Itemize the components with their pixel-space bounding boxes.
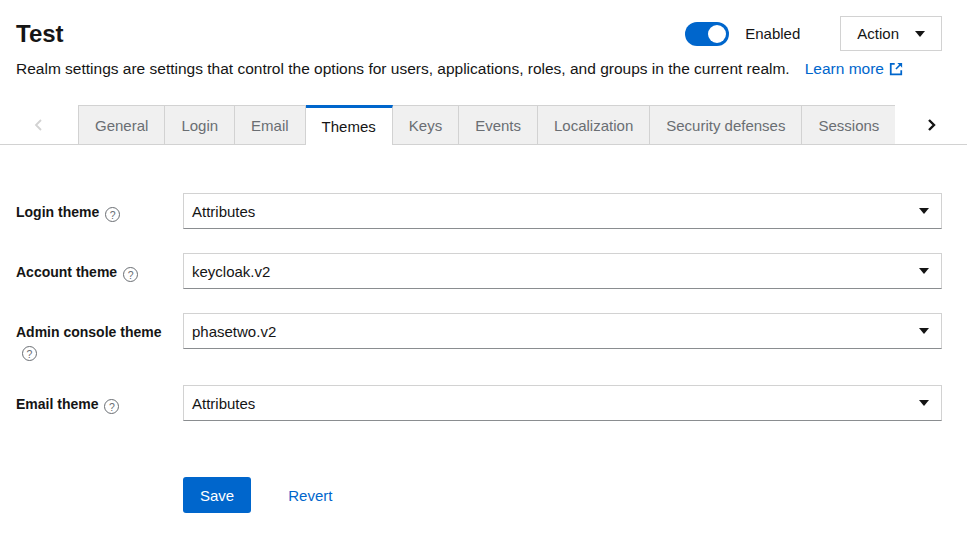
save-button[interactable]: Save xyxy=(183,477,251,513)
account-theme-row: Account theme? keycloak.v2 xyxy=(16,253,942,289)
help-icon[interactable]: ? xyxy=(105,207,120,222)
toggle-knob xyxy=(708,25,726,43)
caret-down-icon xyxy=(919,400,929,406)
enabled-label: Enabled xyxy=(745,25,800,42)
caret-down-icon xyxy=(915,31,925,37)
caret-down-icon xyxy=(919,328,929,334)
field-label-text: Admin console theme xyxy=(16,324,161,340)
page-header: Test Enabled Action Realm settings are s… xyxy=(0,0,967,78)
login-theme-value: Attributes xyxy=(192,203,255,220)
help-icon[interactable]: ? xyxy=(104,399,119,414)
field-label-text: Login theme xyxy=(16,204,99,220)
login-theme-row: Login theme? Attributes xyxy=(16,193,942,229)
help-icon[interactable]: ? xyxy=(22,346,37,361)
tab-email[interactable]: Email xyxy=(235,105,306,145)
account-theme-select[interactable]: keycloak.v2 xyxy=(183,253,942,289)
tab-label: Themes xyxy=(322,118,376,135)
tab-security-defenses[interactable]: Security defenses xyxy=(650,105,802,145)
tabs-viewport: General Login Email Themes Keys Events L… xyxy=(78,105,895,145)
email-theme-select[interactable]: Attributes xyxy=(183,385,942,421)
email-theme-value: Attributes xyxy=(192,395,255,412)
email-theme-row: Email theme? Attributes xyxy=(16,385,942,421)
caret-down-icon xyxy=(919,268,929,274)
tabs-scroll-right-button[interactable] xyxy=(895,105,967,145)
caret-down-icon xyxy=(919,208,929,214)
revert-button[interactable]: Revert xyxy=(288,487,332,504)
tab-general[interactable]: General xyxy=(78,105,165,145)
realm-settings-tabs: General Login Email Themes Keys Events L… xyxy=(0,105,967,145)
tab-themes[interactable]: Themes xyxy=(306,105,393,145)
help-icon[interactable]: ? xyxy=(123,267,138,282)
tab-label: Email xyxy=(251,117,289,134)
themes-form: Login theme? Attributes Account theme? k… xyxy=(0,193,967,513)
enabled-toggle[interactable] xyxy=(685,22,729,46)
login-theme-select[interactable]: Attributes xyxy=(183,193,942,229)
tab-label: Localization xyxy=(554,117,633,134)
form-actions: Save Revert xyxy=(183,477,942,513)
account-theme-value: keycloak.v2 xyxy=(192,263,270,280)
tab-localization[interactable]: Localization xyxy=(538,105,650,145)
action-dropdown-label: Action xyxy=(857,25,899,42)
learn-more-label: Learn more xyxy=(805,60,884,78)
login-theme-label: Login theme? xyxy=(16,193,176,222)
admin-console-theme-label: Admin console theme? xyxy=(16,313,176,361)
tab-label: Events xyxy=(475,117,521,134)
admin-console-theme-select[interactable]: phasetwo.v2 xyxy=(183,313,942,349)
tab-label: Sessions xyxy=(818,117,879,134)
tab-login[interactable]: Login xyxy=(165,105,235,145)
action-dropdown-button[interactable]: Action xyxy=(840,16,942,51)
tab-label: Keys xyxy=(409,117,442,134)
tab-keys[interactable]: Keys xyxy=(393,105,459,145)
tab-label: Security defenses xyxy=(666,117,785,134)
page-title: Test xyxy=(16,19,64,49)
tab-label: Login xyxy=(181,117,218,134)
field-label-text: Email theme xyxy=(16,396,98,412)
realm-description: Realm settings are settings that control… xyxy=(16,60,790,78)
tab-events[interactable]: Events xyxy=(459,105,538,145)
external-link-icon xyxy=(889,62,903,76)
field-label-text: Account theme xyxy=(16,264,117,280)
account-theme-label: Account theme? xyxy=(16,253,176,282)
tab-label: General xyxy=(95,117,148,134)
tab-sessions[interactable]: Sessions xyxy=(802,105,895,145)
learn-more-link[interactable]: Learn more xyxy=(805,60,903,78)
email-theme-label: Email theme? xyxy=(16,385,176,414)
chevron-right-icon xyxy=(924,118,938,132)
chevron-left-icon xyxy=(32,118,46,132)
admin-console-theme-row: Admin console theme? phasetwo.v2 xyxy=(16,313,942,361)
tabs-scroll-left-button[interactable] xyxy=(0,105,78,145)
admin-console-theme-value: phasetwo.v2 xyxy=(192,323,276,340)
